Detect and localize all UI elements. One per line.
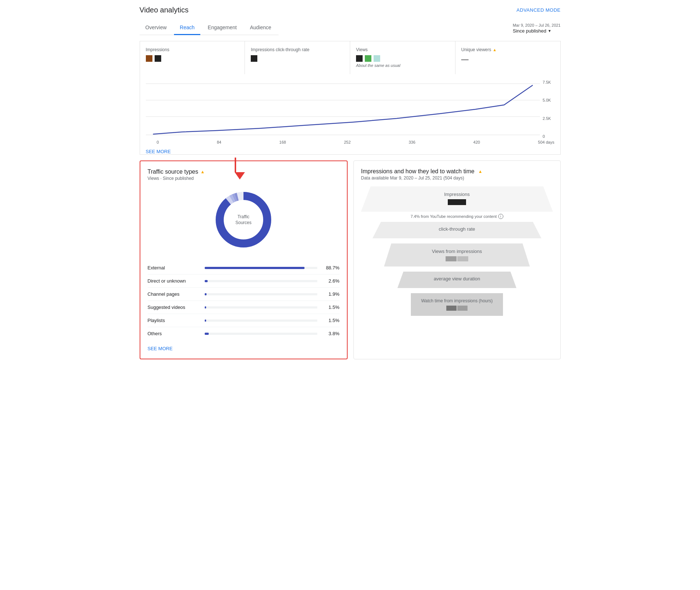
metric-ctr[interactable]: Impressions click-through rate xyxy=(245,41,350,74)
traffic-bar-channel xyxy=(205,293,317,295)
info-icon-impressions[interactable]: i xyxy=(498,214,503,219)
svg-text:Sources: Sources xyxy=(235,220,251,225)
date-range-sublabel[interactable]: Since published ▼ xyxy=(513,28,561,34)
warning-icon-impressions: ▲ xyxy=(478,169,483,174)
x-label-84: 84 xyxy=(217,140,221,144)
traffic-bar-fill-channel xyxy=(205,293,207,295)
warning-icon-traffic: ▲ xyxy=(200,169,205,174)
date-range-label: Mar 9, 2020 – Jul 26, 2021 xyxy=(513,23,561,27)
traffic-item-external[interactable]: External 88.7% xyxy=(148,261,340,274)
donut-chart-container: Traffic Sources xyxy=(148,187,340,253)
funnel-label-ctr: click-through rate xyxy=(380,226,534,232)
swatch-brown xyxy=(146,55,152,62)
metric-title-unique: Unique viewers ▲ xyxy=(461,47,555,52)
traffic-source-panel: Traffic source types ▲ Views · Since pub… xyxy=(140,160,348,359)
date-range[interactable]: Mar 9, 2020 – Jul 26, 2021 Since publish… xyxy=(513,23,561,34)
traffic-pct-channel: 1.9% xyxy=(323,291,340,297)
advanced-mode-link[interactable]: ADVANCED MODE xyxy=(517,7,560,13)
metric-unique-viewers[interactable]: Unique viewers ▲ — xyxy=(455,41,560,74)
x-label-168: 168 xyxy=(279,140,286,144)
metric-title-views: Views xyxy=(356,47,449,52)
traffic-items-list: External 88.7% Direct or unknown 2.6% xyxy=(148,261,340,340)
svg-text:Traffic: Traffic xyxy=(238,214,250,219)
chevron-down-icon: ▼ xyxy=(548,29,551,33)
funnel-label-avg-duration: average view duration xyxy=(405,276,509,281)
funnel-bar-impressions xyxy=(448,199,466,205)
swatch-views-1 xyxy=(356,55,363,62)
funnel-note-impressions: 7.4% from YouTube recommending your cont… xyxy=(410,214,503,219)
x-label-504: 504 days xyxy=(538,140,555,144)
metric-swatches-impressions xyxy=(146,55,239,62)
tab-engagement[interactable]: Engagement xyxy=(202,20,242,35)
metric-dash-unique: — xyxy=(461,55,555,64)
traffic-label-playlists: Playlists xyxy=(148,318,199,323)
x-label-252: 252 xyxy=(344,140,351,144)
metric-note-views: About the same as usual xyxy=(356,63,449,68)
traffic-pct-others: 3.8% xyxy=(323,331,340,336)
traffic-pct-direct: 2.6% xyxy=(323,278,340,284)
tab-audience[interactable]: Audience xyxy=(244,20,277,35)
traffic-item-others[interactable]: Others 3.8% xyxy=(148,327,340,340)
metric-title-impressions: Impressions xyxy=(146,47,239,52)
traffic-item-playlists[interactable]: Playlists 1.5% xyxy=(148,314,340,327)
traffic-item-direct[interactable]: Direct or unknown 2.6% xyxy=(148,274,340,287)
traffic-pct-playlists: 1.5% xyxy=(323,318,340,323)
traffic-bar-fill-others xyxy=(205,333,209,335)
donut-chart: Traffic Sources xyxy=(211,187,276,253)
see-more-traffic[interactable]: SEE MORE xyxy=(148,346,340,351)
traffic-label-direct: Direct or unknown xyxy=(148,278,199,284)
y-label-25k: 2.5K xyxy=(543,116,555,121)
funnel-label-impressions: Impressions xyxy=(368,192,546,197)
x-label-336: 336 xyxy=(409,140,415,144)
traffic-label-external: External xyxy=(148,265,199,271)
metrics-row: Impressions Impressions click-through ra… xyxy=(140,41,561,74)
traffic-pct-suggested: 1.5% xyxy=(323,305,340,310)
swatch-black xyxy=(155,55,161,62)
metric-swatches-views xyxy=(356,55,449,62)
page-title: Video analytics xyxy=(140,6,189,14)
traffic-item-suggested[interactable]: Suggested videos 1.5% xyxy=(148,300,340,314)
x-label-420: 420 xyxy=(473,140,480,144)
y-label-0: 0 xyxy=(543,134,555,139)
funnel-label-watch-time: Watch time from impressions (hours) xyxy=(418,298,496,303)
swatch-views-3 xyxy=(374,55,380,62)
bottom-panels: Traffic source types ▲ Views · Since pub… xyxy=(140,160,561,359)
traffic-item-channel[interactable]: Channel pages 1.9% xyxy=(148,287,340,300)
traffic-bar-suggested xyxy=(205,306,317,309)
traffic-label-channel: Channel pages xyxy=(148,291,199,297)
impressions-panel-subtitle: Data available Mar 9, 2020 – Jul 25, 202… xyxy=(361,175,553,181)
traffic-pct-external: 88.7% xyxy=(323,265,340,271)
chart-x-labels: 0 84 168 252 336 420 504 days xyxy=(146,139,555,144)
tab-reach[interactable]: Reach xyxy=(174,20,200,35)
svg-point-4 xyxy=(220,196,267,243)
y-label-50k: 5.0K xyxy=(543,98,555,102)
nav-tabs: Overview Reach Engagement Audience xyxy=(140,20,279,35)
traffic-bar-fill-direct xyxy=(205,280,208,282)
metric-title-ctr: Impressions click-through rate xyxy=(251,47,344,52)
x-label-0: 0 xyxy=(157,140,159,144)
traffic-label-suggested: Suggested videos xyxy=(148,305,199,310)
metric-views[interactable]: Views About the same as usual xyxy=(350,41,455,74)
line-chart xyxy=(146,80,540,139)
traffic-bar-fill-external xyxy=(205,267,304,269)
traffic-bar-direct xyxy=(205,280,317,282)
funnel-bar-views xyxy=(391,256,523,261)
y-label-75k: 7.5K xyxy=(543,80,555,84)
traffic-bar-others xyxy=(205,333,317,335)
warning-icon-unique: ▲ xyxy=(493,48,497,52)
arrow-container xyxy=(140,155,561,160)
swatch-views-2 xyxy=(365,55,371,62)
metric-swatches-ctr xyxy=(251,55,344,62)
chart-container: 7.5K 5.0K 2.5K 0 0 84 168 252 336 420 50… xyxy=(140,74,561,155)
funnel-visual: Impressions 7.4% from YouTube recommendi… xyxy=(361,186,553,316)
traffic-bar-fill-suggested xyxy=(205,306,207,309)
traffic-label-others: Others xyxy=(148,331,199,336)
traffic-bar-fill-playlists xyxy=(205,319,207,322)
impressions-panel: Impressions and how they led to watch ti… xyxy=(353,160,561,359)
funnel-label-views: Views from impressions xyxy=(391,249,523,254)
traffic-bar-playlists xyxy=(205,319,317,322)
metric-impressions[interactable]: Impressions xyxy=(140,41,245,74)
impressions-panel-title: Impressions and how they led to watch ti… xyxy=(361,168,553,175)
see-more-link-chart[interactable]: SEE MORE xyxy=(146,149,171,154)
tab-overview[interactable]: Overview xyxy=(140,20,173,35)
